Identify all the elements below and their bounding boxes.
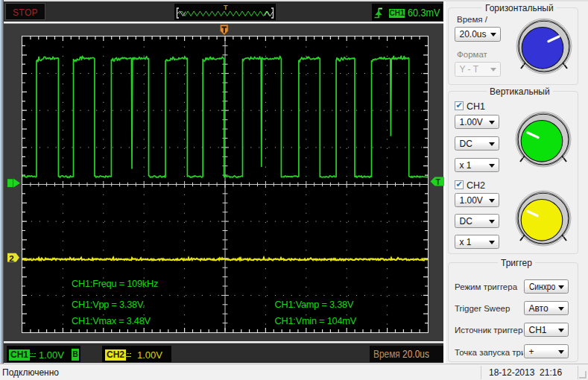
svg-text:2: 2 [9,254,13,263]
svg-text:T: T [436,177,441,186]
